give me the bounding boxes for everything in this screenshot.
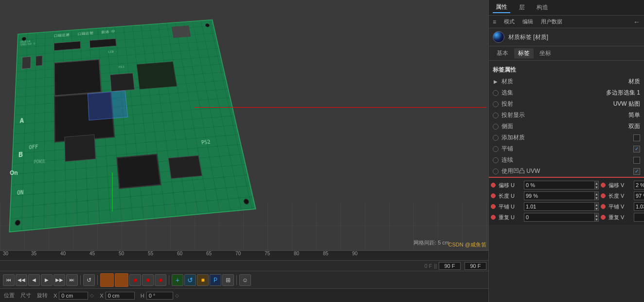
uvw-input-length-u[interactable]: ▲ ▼: [524, 191, 599, 200]
uvw-spinner-repeat-u[interactable]: ▲ ▼: [594, 213, 598, 221]
uvw-spinner-tile-u[interactable]: ▲ ▼: [594, 203, 598, 210]
tick-90: 90: [352, 251, 358, 256]
uvw-input-repeat-v[interactable]: ▲ ▼: [634, 213, 644, 222]
prop-label-side: 侧面: [501, 122, 628, 131]
sep3: [169, 275, 169, 285]
uvw-label-repeat-u: 重复 U: [499, 214, 523, 221]
prop-indicator-material: ▶: [493, 79, 499, 85]
h-rotate-input[interactable]: [146, 292, 173, 300]
prop-row-side[interactable]: 侧面 双面: [489, 121, 644, 132]
prop-row-add-material[interactable]: 添加材质: [489, 132, 644, 143]
toolbar-userdata[interactable]: 用户数据: [539, 17, 564, 26]
on-label: On: [10, 170, 18, 176]
btn-keyframe1[interactable]: [100, 273, 114, 287]
btn-record1[interactable]: ●: [129, 274, 141, 286]
btn-face[interactable]: ☺: [239, 274, 251, 286]
btn-keyframe2[interactable]: [115, 273, 128, 287]
uvw-radio-repeat-u: [491, 215, 496, 220]
uvw-spinner-length-u[interactable]: ▲ ▼: [594, 192, 598, 200]
prop-indicator-continuous: [493, 157, 499, 163]
uvw-radio-offset-u: [491, 183, 496, 188]
btn-green1[interactable]: +: [172, 274, 183, 286]
uvw-value-length-v[interactable]: [634, 193, 644, 199]
btn-to-start[interactable]: ⏮: [3, 274, 15, 286]
x-pos-input[interactable]: [59, 292, 88, 300]
uvw-spin-up-length-u[interactable]: ▲: [595, 192, 598, 196]
prop-row-selection[interactable]: 选集 多边形选集 1: [489, 87, 644, 98]
uvw-spin-dn-tile-u[interactable]: ▼: [595, 207, 598, 210]
pcb-surface: 口籍近屠 口籍近塑 新港 中 路路14 GND/A0 G LCD · PA3 P…: [10, 20, 255, 231]
subtab-coord[interactable]: 坐标: [536, 48, 555, 58]
uvw-spin-dn-length-u[interactable]: ▼: [595, 196, 598, 200]
uvw-value-offset-v[interactable]: [634, 182, 644, 188]
grid-label: 网格间距: 5 cm: [413, 239, 449, 246]
toolbar-edit[interactable]: 编辑: [520, 17, 535, 26]
prop-checkbox-bump-uvw[interactable]: [633, 168, 640, 175]
toolbar-mode[interactable]: 模式: [502, 17, 517, 26]
uvw-label-repeat-v: 重复 V: [608, 214, 633, 221]
btn-grid[interactable]: ⊞: [222, 274, 234, 286]
uvw-value-length-u[interactable]: [524, 193, 594, 199]
btn-to-end[interactable]: ⏭: [66, 274, 78, 286]
uvw-input-tile-v[interactable]: ▲ ▼: [634, 202, 644, 211]
uvw-value-offset-u[interactable]: [524, 182, 594, 188]
material-preview-sphere: [493, 31, 504, 43]
toolbar-back-arrow[interactable]: ←: [633, 18, 640, 26]
uvw-input-tile-u[interactable]: ▲ ▼: [524, 202, 599, 211]
uvw-input-repeat-u[interactable]: ▲ ▼: [524, 213, 599, 222]
uvw-spin-dn-repeat-u[interactable]: ▼: [595, 217, 598, 221]
uvw-spin-dn-offset-u[interactable]: ▼: [595, 185, 598, 189]
uvw-input-length-v[interactable]: ▲ ▼: [634, 191, 644, 200]
btn-blue1[interactable]: P: [210, 274, 221, 286]
btn-step-back[interactable]: ◀◀: [16, 274, 27, 286]
prop-row-bump-uvw[interactable]: 使用凹凸 UVW: [489, 166, 644, 177]
btn-play-back[interactable]: ◀: [28, 274, 40, 286]
sep2: [97, 275, 98, 285]
uvw-value-tile-v[interactable]: [634, 204, 644, 209]
prop-checkbox-tile[interactable]: [633, 146, 640, 152]
uvw-spin-up-tile-u[interactable]: ▲: [595, 203, 598, 207]
subtab-tag[interactable]: 标签: [514, 48, 534, 58]
uvw-label-length-v: 长度 V: [608, 192, 633, 200]
frame-current: 0 F: [424, 263, 432, 269]
tab-construct[interactable]: 构造: [534, 2, 551, 13]
x-size-input[interactable]: [106, 292, 135, 300]
prop-row-continuous[interactable]: 连续: [489, 154, 644, 166]
btn-record2[interactable]: ●: [142, 274, 154, 286]
btn-auto[interactable]: ●: [155, 274, 166, 286]
prop-label-continuous: 连续: [501, 156, 633, 164]
viewport-3d[interactable]: 口籍近屠 口籍近塑 新港 中 路路14 GND/A0 G LCD · PA3 P…: [0, 0, 488, 250]
prop-row-proj-display[interactable]: 投射显示 简单: [489, 110, 644, 121]
h-chevron: ◇: [175, 293, 179, 298]
menu-icon: ≡: [493, 19, 496, 25]
uvw-spinner-offset-u[interactable]: ▲ ▼: [594, 181, 598, 189]
prop-checkbox-continuous[interactable]: [633, 157, 640, 164]
uvw-value-repeat-v[interactable]: [634, 214, 644, 220]
uvw-input-offset-v[interactable]: ▲ ▼: [634, 181, 644, 189]
subtab-basic[interactable]: 基本: [493, 48, 512, 58]
btn-orange1[interactable]: ■: [197, 274, 209, 286]
panel-toolbar: ≡ 模式 编辑 用户数据 ←: [489, 16, 644, 28]
prop-checkbox-add-material[interactable]: [633, 134, 640, 141]
tick-70: 70: [235, 251, 241, 256]
tick-75: 75: [265, 251, 270, 256]
uvw-spin-up-offset-u[interactable]: ▲: [595, 181, 598, 185]
btn-green2[interactable]: ↺: [184, 274, 196, 286]
frame-end-input2[interactable]: [465, 262, 486, 270]
prop-row-material[interactable]: ▶ 材质 材质: [489, 76, 644, 87]
tab-layers[interactable]: 层: [516, 2, 528, 13]
btn-play[interactable]: ▶: [41, 274, 53, 286]
uvw-value-tile-u[interactable]: [524, 204, 594, 209]
frame-end-input1[interactable]: [439, 262, 461, 270]
uvw-row-offset: 偏移 U ▲ ▼ 偏移 V ▲: [489, 180, 644, 190]
uvw-input-offset-u[interactable]: ▲ ▼: [524, 181, 599, 189]
btn-loop[interactable]: ↺: [83, 274, 95, 286]
uvw-value-repeat-u[interactable]: [524, 214, 594, 220]
prop-row-projection[interactable]: 投射 UVW 贴图: [489, 98, 644, 110]
uvw-label-offset-u: 偏移 U: [499, 182, 523, 189]
prop-row-tile[interactable]: 平铺: [489, 143, 644, 154]
uvw-spin-up-repeat-u[interactable]: ▲: [595, 213, 598, 217]
btn-step-fwd[interactable]: ▶▶: [54, 274, 65, 286]
tab-properties[interactable]: 属性: [493, 2, 510, 13]
watermark: CSDN @咸鱼笛: [448, 241, 486, 248]
